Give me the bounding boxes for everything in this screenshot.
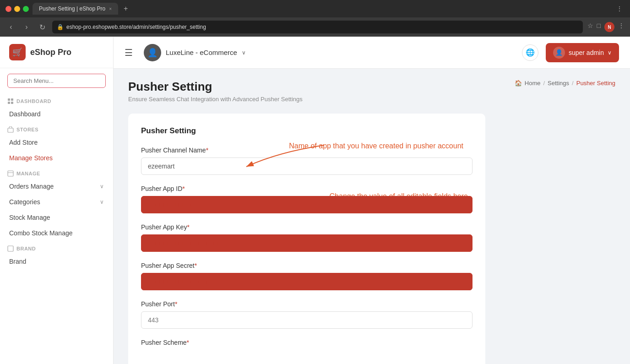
required-marker-4: * [195, 262, 197, 269]
store-name: LuxeLine - eCommerce [166, 49, 237, 56]
sidebar-item-add-store[interactable]: Add Store [0, 135, 113, 150]
svg-rect-7 [8, 246, 13, 251]
dashboard-section-icon [7, 98, 14, 104]
browser-dots [5, 6, 29, 12]
back-button[interactable]: ‹ [5, 22, 16, 33]
input-app-key[interactable] [141, 234, 472, 252]
sidebar-section-dashboard: DASHBOARD [0, 93, 113, 106]
breadcrumb-home-icon: 🏠 [515, 80, 522, 87]
breadcrumb-home[interactable]: Home [525, 80, 541, 87]
logo-icon: 🛒 [9, 44, 26, 60]
input-port[interactable] [141, 311, 472, 329]
topbar: ☰ 👤 LuxeLine - eCommerce ∨ 🌐 👤 super adm… [114, 37, 630, 69]
input-app-id[interactable] [141, 196, 472, 213]
input-channel-name[interactable] [141, 158, 472, 175]
form-group-app-secret: Pusher App Secret* [141, 262, 472, 290]
breadcrumb-sep2: / [572, 80, 574, 87]
svg-rect-5 [8, 171, 13, 176]
admin-chevron-icon: ∨ [608, 49, 612, 56]
label-app-secret: Pusher App Secret* [141, 262, 472, 269]
form-group-app-key: Pusher App Key* [141, 223, 472, 252]
dot-yellow[interactable] [14, 6, 20, 12]
menu-toggle-icon[interactable]: ☰ [125, 47, 133, 58]
browser-titlebar: Pusher Setting | eShop Pro × + ⋮ [0, 0, 630, 17]
svg-rect-3 [11, 102, 13, 104]
tab-close-button[interactable]: × [109, 6, 112, 11]
logo-symbol: 🛒 [12, 47, 22, 57]
store-avatar-icon: 👤 [147, 48, 158, 58]
admin-avatar-icon: 👤 [555, 49, 563, 56]
address-bar[interactable]: 🔒 eshop-pro.eshopweb.store/admin/setting… [52, 21, 583, 33]
sidebar-item-manage-stores[interactable]: Manage Stores [0, 150, 113, 166]
sidebar-item-combo-stock-manage[interactable]: Combo Stock Manage [0, 225, 113, 241]
sidebar-section-brand: BRAND [0, 241, 113, 254]
card-title: Pusher Setting [141, 126, 472, 136]
globe-icon: 🌐 [526, 48, 535, 57]
svg-rect-4 [8, 128, 13, 132]
sidebar-item-orders-manage[interactable]: Orders Manage ∨ [0, 179, 113, 194]
label-app-key: Pusher App Key* [141, 223, 472, 231]
stores-section-icon [7, 126, 14, 133]
store-avatar: 👤 [144, 44, 161, 61]
page-title-block: Pusher Setting Ensure Seamless Chat Inte… [128, 80, 303, 103]
input-wrapper-app-id [141, 196, 472, 213]
sidebar-item-stock-manage[interactable]: Stock Manage [0, 210, 113, 225]
dot-red[interactable] [5, 6, 11, 12]
label-app-id: Pusher App ID* [141, 185, 472, 192]
forward-button[interactable]: › [21, 22, 32, 33]
sidebar-item-brand[interactable]: Brand [0, 254, 113, 269]
label-port: Pusher Port* [141, 300, 472, 308]
section-label-manage: MANAGE [7, 170, 106, 177]
input-app-secret[interactable] [141, 273, 472, 290]
required-marker-6: * [187, 339, 189, 346]
pusher-setting-card: Pusher Setting Name of app that you have… [128, 114, 485, 364]
browser-chrome: Pusher Setting | eShop Pro × + ⋮ ‹ › ↻ 🔒… [0, 0, 630, 37]
form-group-app-id: Pusher App ID* [141, 185, 472, 213]
manage-section-icon [7, 170, 14, 177]
admin-button[interactable]: 👤 super admin ∨ [546, 43, 619, 62]
svg-rect-0 [8, 98, 10, 101]
section-label-brand: BRAND [7, 245, 106, 252]
bookmark-icon[interactable]: ☆ [587, 22, 593, 32]
store-selector[interactable]: 👤 LuxeLine - eCommerce ∨ [144, 44, 246, 61]
logo-text: eShop Pro [30, 48, 71, 57]
lock-icon: 🔒 [57, 24, 64, 30]
section-label-dashboard: DASHBOARD [7, 98, 106, 104]
breadcrumb: 🏠 Home / Settings / Pusher Setting [515, 80, 615, 87]
page-title: Pusher Setting [128, 80, 303, 94]
required-marker-2: * [182, 185, 185, 192]
label-scheme: Pusher Scheme* [141, 339, 472, 346]
brand-section-icon [7, 245, 14, 252]
section-label-stores: STORES [7, 126, 106, 133]
language-button[interactable]: 🌐 [522, 44, 538, 61]
tab-title: Pusher Setting | eShop Pro [39, 5, 105, 12]
sidebar-section-stores: STORES [0, 122, 113, 135]
dot-green[interactable] [23, 6, 29, 12]
profile-icon[interactable]: N [604, 22, 614, 32]
refresh-button[interactable]: ↻ [37, 22, 48, 33]
sidebar-section-manage: MANAGE [0, 166, 113, 179]
extension-icon[interactable]: □ [597, 22, 601, 32]
required-marker-3: * [187, 223, 189, 231]
chevron-orders-icon: ∨ [100, 183, 104, 190]
admin-avatar: 👤 [553, 47, 565, 59]
new-tab-button[interactable]: + [124, 5, 128, 13]
form-with-annotations: Name of app that you have created in pus… [141, 147, 472, 346]
search-input[interactable] [7, 74, 106, 88]
required-marker: * [206, 147, 208, 154]
url-text: eshop-pro.eshopweb.store/admin/settings/… [66, 24, 206, 30]
page-subtitle: Ensure Seamless Chat Integration with Ad… [128, 96, 303, 103]
breadcrumb-settings[interactable]: Settings [548, 80, 569, 87]
sidebar-item-dashboard[interactable]: Dashboard [0, 106, 113, 122]
form-group-channel-name: Pusher Channel Name* [141, 147, 472, 175]
chevron-categories-icon: ∨ [100, 199, 104, 205]
page-header: Pusher Setting Ensure Seamless Chat Inte… [128, 80, 615, 103]
breadcrumb-sep1: / [543, 80, 545, 87]
sidebar-logo: 🛒 eShop Pro [0, 37, 113, 68]
more-options-icon[interactable]: ⋮ [618, 22, 625, 32]
browser-tab[interactable]: Pusher Setting | eShop Pro × [33, 3, 118, 15]
svg-rect-2 [8, 102, 10, 104]
tab-list-button[interactable]: ⋮ [616, 5, 623, 13]
sidebar-item-categories[interactable]: Categories ∨ [0, 194, 113, 210]
main-area: ☰ 👤 LuxeLine - eCommerce ∨ 🌐 👤 super adm… [114, 37, 630, 364]
